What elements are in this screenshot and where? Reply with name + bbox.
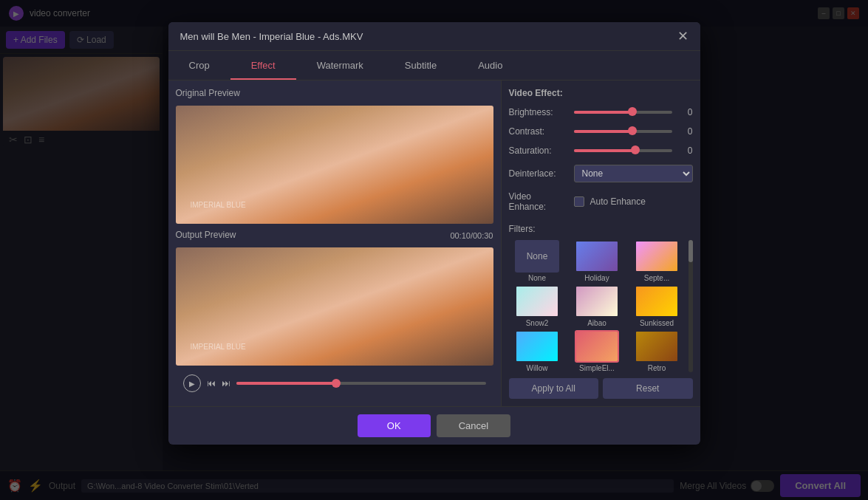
filter-sunkissed-thumb — [635, 285, 679, 318]
filter-snow2-label: Snow2 — [526, 319, 549, 327]
filter-willow-label: Willow — [527, 364, 548, 372]
contrast-value: 0 — [678, 126, 693, 137]
filter-septe-thumb — [635, 240, 679, 273]
deinterlace-label: Deinterlace: — [509, 168, 568, 179]
filter-simpleel[interactable]: SimpleEl... — [569, 330, 626, 372]
deinterlace-select[interactable]: None — [574, 165, 693, 182]
original-preview-label: Original Preview — [176, 88, 493, 98]
filters-scrollbar[interactable] — [688, 240, 693, 372]
preview-panel: Original Preview IMPERIAL BLUE Output Pr… — [168, 81, 501, 406]
effects-panel: Video Effect: Brightness: 0 Contrast: — [501, 81, 700, 406]
brightness-value: 0 — [678, 107, 693, 117]
auto-enhance-label: Auto Enhance — [590, 196, 646, 207]
filter-aibao[interactable]: Aibao — [569, 285, 626, 327]
filter-willow[interactable]: Willow — [509, 330, 566, 372]
filter-retro[interactable]: Retro — [629, 330, 686, 372]
filter-sunkissed[interactable]: Sunkissed — [629, 285, 686, 327]
filter-none-thumb: None — [515, 240, 559, 273]
filter-sunkissed-label: Sunkissed — [640, 319, 674, 327]
preview-watermark: IMPERIAL BLUE — [191, 201, 246, 209]
reset-button[interactable]: Reset — [603, 378, 693, 399]
filter-aibao-label: Aibao — [587, 319, 606, 327]
saturation-row: Saturation: 0 — [509, 145, 693, 156]
filter-septe-label: Septe... — [644, 274, 669, 282]
enhance-label: Video Enhance: — [509, 191, 568, 212]
ok-button[interactable]: OK — [358, 414, 431, 437]
tab-watermark[interactable]: Watermark — [296, 51, 384, 80]
filter-simpleel-label: SimpleEl... — [579, 364, 615, 372]
filter-aibao-thumb — [575, 285, 619, 318]
modal-footer: OK Cancel — [168, 406, 700, 445]
filter-willow-thumb — [515, 330, 559, 363]
brightness-row: Brightness: 0 — [509, 107, 693, 117]
tab-audio[interactable]: Audio — [457, 51, 523, 80]
saturation-label: Saturation: — [509, 145, 568, 156]
tab-effect[interactable]: Effect — [230, 51, 296, 80]
progress-fill — [236, 382, 336, 385]
modal-header: Men will Be Men - Imperial Blue - Ads.MK… — [168, 22, 700, 51]
filter-retro-label: Retro — [648, 364, 666, 372]
output-watermark: IMPERIAL BLUE — [191, 343, 246, 351]
filter-none[interactable]: None None — [509, 240, 566, 282]
saturation-value: 0 — [678, 145, 693, 156]
modal-tabs: Crop Effect Watermark Subtitle Audio — [168, 51, 700, 81]
auto-enhance-checkbox[interactable] — [574, 196, 584, 207]
filters-grid: None None Holiday — [509, 240, 686, 372]
filter-none-label: None — [528, 274, 546, 282]
filter-snow2-thumb — [515, 285, 559, 318]
saturation-fill — [574, 149, 636, 152]
filters-grid-container: None None Holiday — [509, 240, 693, 372]
output-preview-video: IMPERIAL BLUE — [176, 247, 493, 366]
video-effect-title: Video Effect: — [509, 88, 693, 98]
modal-dialog: Men will Be Men - Imperial Blue - Ads.MK… — [168, 22, 700, 445]
contrast-row: Contrast: 0 — [509, 126, 693, 137]
progress-bar[interactable] — [236, 382, 486, 385]
modal-title: Men will Be Men - Imperial Blue - Ads.MK… — [180, 31, 363, 42]
prev-frame-button[interactable]: ⏮ — [207, 378, 216, 388]
progress-knob — [332, 379, 341, 388]
brightness-label: Brightness: — [509, 107, 568, 117]
effect-actions: Apply to All Reset — [509, 378, 693, 399]
apply-all-button[interactable]: Apply to All — [509, 378, 599, 399]
saturation-slider[interactable] — [574, 149, 672, 152]
preview-time: 00:10/00:30 — [450, 231, 493, 240]
filter-holiday-thumb — [575, 240, 619, 273]
filters-label: Filters: — [509, 224, 693, 234]
filter-holiday-label: Holiday — [584, 274, 609, 282]
playback-controls: ▶ ⏮ ⏭ — [176, 371, 493, 395]
contrast-fill — [574, 130, 633, 133]
filter-snow2[interactable]: Snow2 — [509, 285, 566, 327]
play-button[interactable]: ▶ — [183, 374, 201, 392]
enhance-row: Video Enhance: Auto Enhance — [509, 191, 693, 212]
modal-close-button[interactable]: ✕ — [677, 30, 688, 43]
tab-subtitle[interactable]: Subtitle — [384, 51, 457, 80]
brightness-fill — [574, 111, 633, 114]
filter-simpleel-thumb — [575, 330, 619, 363]
modal-overlay: Men will Be Men - Imperial Blue - Ads.MK… — [0, 0, 868, 500]
output-preview-label: Output Preview — [176, 230, 236, 240]
contrast-slider[interactable] — [574, 130, 672, 133]
brightness-knob — [628, 107, 637, 116]
contrast-knob — [628, 126, 637, 135]
original-preview-video: IMPERIAL BLUE — [176, 106, 493, 224]
contrast-label: Contrast: — [509, 126, 568, 137]
tab-crop[interactable]: Crop — [168, 51, 230, 80]
saturation-knob — [631, 145, 640, 154]
deinterlace-row: Deinterlace: None — [509, 165, 693, 182]
filter-holiday[interactable]: Holiday — [569, 240, 626, 282]
filter-septe[interactable]: Septe... — [629, 240, 686, 282]
cancel-button[interactable]: Cancel — [437, 414, 510, 437]
brightness-slider[interactable] — [574, 111, 672, 114]
filter-retro-thumb — [635, 330, 679, 363]
filters-scrollbar-knob — [688, 240, 693, 262]
modal-body: Original Preview IMPERIAL BLUE Output Pr… — [168, 81, 700, 406]
next-frame-button[interactable]: ⏭ — [222, 378, 230, 388]
